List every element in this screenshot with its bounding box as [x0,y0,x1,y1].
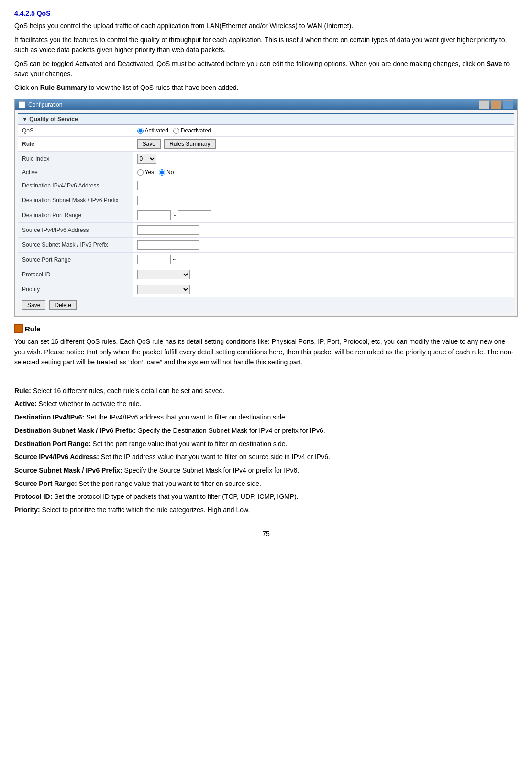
rule-label: Rule [18,137,133,152]
qos-radio-group: Activated Deactivated [137,127,510,134]
activated-label-text: Activated [145,127,168,134]
term-dest-port-text: Set the port range value that you want t… [92,440,287,448]
priority-select[interactable]: High Low [137,285,190,294]
dest-port-start[interactable] [137,210,171,220]
term-src-ip-label: Source IPv4/IPv6 Address: [14,453,99,461]
deactivated-radio[interactable] [173,128,179,134]
term-dest-subnet-text: Specify the Destination Subnet Mask for … [138,427,325,434]
src-port-start[interactable] [137,255,171,264]
no-radio-label[interactable]: No [159,169,174,176]
no-label: No [166,169,174,176]
deactivated-radio-label[interactable]: Deactivated [173,127,211,134]
src-port-cell: ~ [133,253,514,267]
dest-port-tilde: ~ [173,212,176,219]
para-qos-intro: QoS helps you control the upload traffic… [14,21,518,31]
dest-ip-cell [133,178,514,193]
term-dest-port-label: Destination Port Range: [14,440,90,448]
protocol-row: Protocol ID TCP UDP ICMP IGMP [18,267,514,282]
src-port-range: ~ [137,255,510,264]
rules-summary-button[interactable]: Rules Summary [164,139,215,149]
titlebar-icon-2 [491,100,501,109]
term-dest-ip: Destination IPv4/IPv6: Set the IPv4/IPv6… [14,412,518,423]
term-priority-text: Select to prioritize the traffic which t… [42,506,250,514]
term-active-text: Select whether to activate the rule. [39,400,142,408]
term-src-subnet: Source Subnet Mask / IPv6 Prefix: Specif… [14,465,518,476]
src-ip-input[interactable] [137,225,200,235]
dest-port-row: Destination Port Range ~ [18,208,514,223]
save-button-bottom[interactable]: Save [22,300,45,310]
delete-button[interactable]: Delete [49,300,77,310]
rule-buttons-cell: Save Rules Summary [133,137,514,152]
src-subnet-label: Source Subnet Mask / IPv6 Prefix [18,238,133,253]
qos-section-header: ▼ Quality of Service [18,114,514,125]
term-src-ip-text: Set the IP address value that you want t… [101,453,330,461]
rule-heading-text: Rule [25,325,41,333]
rule-desc: You can set 16 different QoS rules. Each… [14,337,518,368]
term-protocol-label: Protocol ID: [14,493,52,500]
term-rule: Rule: Select 16 different rules, each ru… [14,386,518,397]
bottom-buttons: Save Delete [18,297,514,313]
term-priority: Priority: Select to prioritize the traff… [14,505,518,516]
active-radio-group: Yes No [137,169,510,176]
rule-section: Rule You can set 16 different QoS rules.… [14,324,518,516]
qos-row: QoS Activated Deactivated [18,125,514,137]
protocol-cell: TCP UDP ICMP IGMP [133,267,514,282]
para-qos-facilitate: It facilitates you the features to contr… [14,35,518,55]
dest-port-label: Destination Port Range [18,208,133,223]
rule-index-select[interactable]: 0 123 [137,154,156,164]
activated-radio-label[interactable]: Activated [137,127,168,134]
term-active-label: Active: [14,400,37,408]
titlebar-icon-3 [503,100,513,109]
page-number: 75 [14,530,518,538]
save-button-top[interactable]: Save [137,139,161,149]
dest-ip-label: Destination IPv4/IPv6 Address [18,178,133,193]
term-dest-ip-label: Destination IPv4/IPv6: [14,413,84,421]
config-inner: ▼ Quality of Service QoS Activated Deact… [18,113,514,313]
no-radio[interactable] [159,169,165,176]
yes-radio[interactable] [137,169,144,176]
active-cell: Yes No [133,166,514,178]
term-src-subnet-text: Specify the Source Subnet Mask for IPv4 … [124,466,299,474]
config-title-text: Configuration [28,101,62,108]
priority-row: Priority High Low [18,282,514,297]
config-titlebar: Configuration [15,99,517,110]
priority-cell: High Low [133,282,514,297]
dest-ip-input[interactable] [137,181,200,190]
protocol-select[interactable]: TCP UDP ICMP IGMP [137,270,190,279]
rule-heading: Rule [14,324,518,333]
term-rule-text: Select 16 different rules, each rule’s d… [33,387,224,395]
activated-radio[interactable] [137,128,144,134]
rule-icon [14,324,23,333]
deactivated-label-text: Deactivated [181,127,211,134]
config-form-table: QoS Activated Deactivated [18,125,514,297]
src-subnet-row: Source Subnet Mask / IPv6 Prefix [18,238,514,253]
term-active: Active: Select whether to activate the r… [14,399,518,409]
term-protocol-text: Set the protocol ID type of packets that… [54,493,298,500]
qos-section-triangle: ▼ [22,116,28,122]
term-dest-ip-text: Set the IPv4/IPv6 address that you want … [86,413,287,421]
term-src-port-text: Set the port range value that you want t… [79,480,261,487]
src-subnet-cell [133,238,514,253]
src-subnet-input[interactable] [137,240,200,250]
priority-label: Priority [18,282,133,297]
src-port-end[interactable] [178,255,211,264]
save-bold: Save [487,60,502,67]
active-label: Active [18,166,133,178]
qos-label: QoS [18,125,133,137]
rule-index-cell: 0 123 [133,152,514,166]
term-dest-subnet-label: Destination Subnet Mask / IPv6 Prefix: [14,427,136,434]
term-dest-port: Destination Port Range: Set the port ran… [14,439,518,450]
dest-port-cell: ~ [133,208,514,223]
dest-ip-row: Destination IPv4/IPv6 Address [18,178,514,193]
dest-subnet-input[interactable] [137,196,200,205]
term-protocol: Protocol ID: Set the protocol ID type of… [14,492,518,502]
rule-blank [14,372,518,382]
yes-radio-label[interactable]: Yes [137,169,155,176]
section-heading: 4.4.2.5 QoS [14,10,518,17]
config-title-icon [19,101,25,108]
titlebar-icons [479,100,513,109]
dest-port-end[interactable] [178,210,211,220]
src-port-tilde: ~ [173,256,176,263]
src-ip-label: Source IPv4/IPv6 Address [18,223,133,238]
para-qos-toggle: QoS can be toggled Activated and Deactiv… [14,59,518,79]
